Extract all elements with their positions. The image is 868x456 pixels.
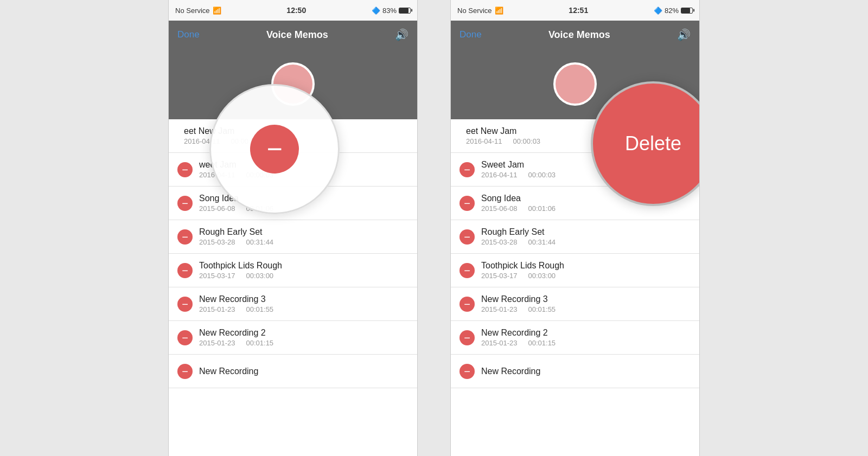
memo-date: 2015-01-23 <box>199 305 235 313</box>
memo-name: Song Idea <box>481 194 556 203</box>
delete-minus-icon[interactable]: − <box>459 330 475 345</box>
memo-info: New Recording <box>481 367 540 376</box>
time-left: 12:50 <box>286 6 306 15</box>
record-button-right[interactable] <box>553 62 597 106</box>
battery-pct-right: 82% <box>665 7 679 15</box>
memo-date: 2015-03-28 <box>481 238 518 246</box>
memo-info: Sweet Jam 2016-04-11 00:00:03 <box>481 160 556 179</box>
memo-duration: 00:03:00 <box>528 272 556 280</box>
list-item[interactable]: − New Recording <box>169 355 417 388</box>
delete-minus-icon[interactable]: − <box>177 330 193 345</box>
speaker-icon-right[interactable]: 🔊 <box>677 28 691 41</box>
memo-name: Rough Early Set <box>481 227 556 237</box>
list-item[interactable]: − Toothpick Lids Rough 2015-03-17 00:03:… <box>451 254 699 287</box>
memo-info: New Recording 2 2015-01-23 00:01:15 <box>481 328 556 347</box>
memo-date: 2015-03-17 <box>199 272 235 280</box>
memo-meta: 2015-01-23 00:01:15 <box>199 339 273 347</box>
list-item[interactable]: − New Recording <box>451 355 699 388</box>
delete-circle-overlay-left[interactable]: − <box>209 84 340 214</box>
battery-pct-left: 83% <box>382 7 397 15</box>
delete-minus-icon[interactable]: − <box>177 162 193 177</box>
memo-meta: 2015-01-23 00:01:55 <box>481 305 556 313</box>
delete-minus-icon[interactable]: − <box>177 364 193 379</box>
left-phone: No Service 📶 12:50 🔷 83% Done Voice Memo… <box>168 0 418 456</box>
delete-label: Delete <box>625 132 681 155</box>
time-right: 12:51 <box>569 6 588 15</box>
memo-info: Toothpick Lids Rough 2015-03-17 00:03:00 <box>481 261 564 280</box>
carrier-left: No Service <box>175 7 210 15</box>
delete-minus-icon[interactable]: − <box>459 364 475 379</box>
memo-meta: 2015-01-23 00:01:55 <box>199 305 273 313</box>
carrier-right: No Service <box>457 7 492 15</box>
memo-name: New Recording 2 <box>199 328 273 338</box>
memo-info: Rough Early Set 2015-03-28 00:31:44 <box>481 227 556 246</box>
memo-name: New Recording <box>199 367 258 376</box>
delete-minus-icon[interactable]: − <box>177 196 193 211</box>
memo-duration: 00:01:06 <box>528 204 556 213</box>
memo-duration: 00:00:03 <box>528 171 556 179</box>
memo-name: New Recording 2 <box>481 328 556 338</box>
memo-date: 2015-01-23 <box>199 339 235 347</box>
nav-title-right: Voice Memos <box>548 29 610 41</box>
memo-info: eet New Jam 2016-04-11 00:00:03 <box>466 126 540 145</box>
memo-duration: 00:00:03 <box>513 137 541 145</box>
memo-name: New Recording 3 <box>199 294 273 304</box>
memo-name: Rough Early Set <box>199 227 273 237</box>
delete-minus-icon[interactable]: − <box>459 263 475 278</box>
speaker-icon-left[interactable]: 🔊 <box>395 28 409 41</box>
memo-name: New Recording <box>481 367 540 376</box>
memo-date: 2015-03-17 <box>481 272 518 280</box>
memo-duration: 00:03:00 <box>246 272 274 280</box>
nav-title-left: Voice Memos <box>266 29 328 41</box>
nav-bar-right: Done Voice Memos 🔊 <box>451 21 699 49</box>
status-left: No Service 📶 <box>175 7 221 15</box>
memo-date: 2016-04-11 <box>481 171 518 179</box>
bluetooth-icon-right: 🔷 <box>654 7 662 15</box>
delete-minus-icon[interactable]: − <box>177 229 193 245</box>
memo-meta: 2015-03-17 00:03:00 <box>199 272 282 280</box>
delete-minus-icon[interactable]: − <box>459 196 475 211</box>
memo-date: 2015-03-28 <box>199 238 235 246</box>
list-item[interactable]: − New Recording 2 2015-01-23 00:01:15 <box>451 321 699 355</box>
list-item[interactable]: − Toothpick Lids Rough 2015-03-17 00:03:… <box>169 254 417 287</box>
status-bar-right: No Service 📶 12:51 🔷 82% <box>451 0 699 21</box>
delete-minus-icon[interactable]: − <box>459 162 475 177</box>
memo-duration: 00:01:55 <box>246 305 274 313</box>
delete-minus-icon[interactable]: − <box>177 263 193 278</box>
list-item[interactable]: − Rough Early Set 2015-03-28 00:31:44 <box>169 220 417 254</box>
memo-meta: 2015-03-17 00:03:00 <box>481 272 564 280</box>
list-item[interactable]: − New Recording 2 2015-01-23 00:01:15 <box>169 321 417 355</box>
memo-duration: 00:01:15 <box>528 339 556 347</box>
done-button-right[interactable]: Done <box>459 29 482 40</box>
battery-fill-right <box>681 8 690 13</box>
status-left: No Service 📶 <box>457 7 503 15</box>
delete-minus-icon[interactable]: − <box>459 297 475 312</box>
memo-duration: 00:01:55 <box>528 305 556 313</box>
wifi-icon-left: 📶 <box>213 7 221 15</box>
battery-bar-left <box>399 8 411 14</box>
memo-meta: 2015-06-08 00:01:06 <box>481 204 556 213</box>
memo-info: New Recording 3 2015-01-23 00:01:55 <box>481 294 556 313</box>
done-button-left[interactable]: Done <box>177 29 200 40</box>
memo-date: 2015-01-23 <box>481 305 518 313</box>
memo-meta: 2016-04-11 00:00:03 <box>481 171 556 179</box>
wifi-icon-right: 📶 <box>495 7 503 15</box>
big-minus-icon: − <box>250 125 299 174</box>
delete-minus-icon[interactable]: − <box>177 297 193 312</box>
list-item[interactable]: − New Recording 3 2015-01-23 00:01:55 <box>169 287 417 321</box>
memo-info: Song Idea 2015-06-08 00:01:06 <box>481 194 556 213</box>
memo-duration: 00:01:15 <box>246 339 274 347</box>
memo-meta: 2015-03-28 00:31:44 <box>199 238 273 246</box>
memo-name: eet New Jam <box>466 126 540 136</box>
list-item[interactable]: − New Recording 3 2015-01-23 00:01:55 <box>451 287 699 321</box>
memo-date: 2015-01-23 <box>481 339 518 347</box>
memo-info: New Recording 3 2015-01-23 00:01:55 <box>199 294 273 313</box>
delete-minus-icon[interactable]: − <box>459 229 475 245</box>
status-right-left: 🔷 83% <box>372 7 411 15</box>
memo-name: Sweet Jam <box>481 160 556 170</box>
memo-name: Toothpick Lids Rough <box>481 261 564 271</box>
memo-info: Toothpick Lids Rough 2015-03-17 00:03:00 <box>199 261 282 280</box>
list-item[interactable]: − Rough Early Set 2015-03-28 00:31:44 <box>451 220 699 254</box>
memo-info: New Recording 2 2015-01-23 00:01:15 <box>199 328 273 347</box>
memo-date: 2016-04-11 <box>466 137 502 145</box>
